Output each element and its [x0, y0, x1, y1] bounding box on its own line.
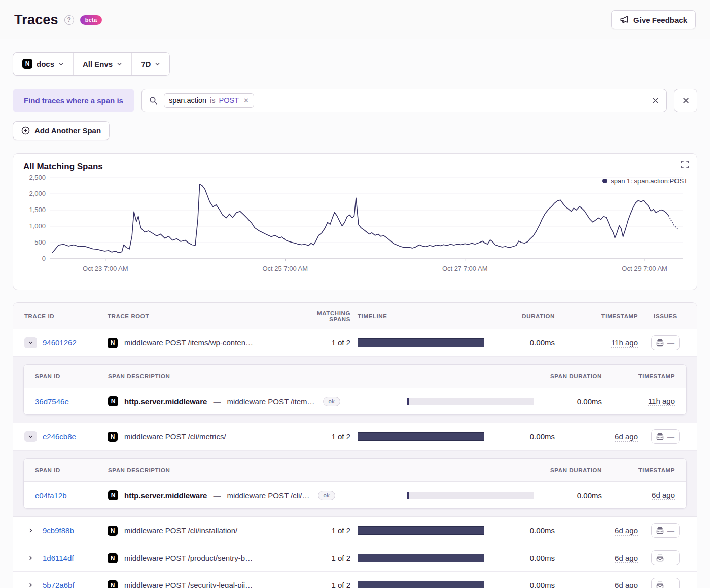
span-timeline-bar — [407, 492, 534, 499]
timestamp-link[interactable]: 6d ago — [652, 491, 675, 499]
fullscreen-icon — [681, 161, 689, 168]
timeline-bar — [358, 581, 484, 588]
table-row[interactable]: e246cb8e N middleware POST /cli/metrics/… — [13, 423, 697, 451]
matching-spans-count: 1 of 2 — [295, 338, 350, 347]
expand-trace-button[interactable] — [24, 582, 37, 588]
collapse-trace-button[interactable] — [24, 337, 37, 348]
span-id-link[interactable]: e04fa12b — [35, 491, 101, 500]
chevron-down-icon — [155, 61, 160, 67]
svg-text:1,500: 1,500 — [29, 206, 46, 214]
timestamp-link[interactable]: 6d ago — [615, 526, 638, 535]
nextjs-icon: N — [108, 432, 118, 442]
trace-id-link[interactable]: 94601262 — [43, 338, 77, 347]
search-filter-token[interactable]: span.action is POST ✕ — [164, 93, 254, 108]
table-row[interactable]: 94601262 N middleware POST /items/wp-con… — [13, 329, 697, 357]
nextjs-icon: N — [108, 526, 118, 536]
chevron-down-icon — [117, 61, 122, 67]
svg-text:2,500: 2,500 — [29, 174, 46, 181]
issues-count-dash: — — [667, 339, 674, 347]
matching-spans-count: 1 of 2 — [295, 554, 350, 562]
duration-value: 0.00ms — [502, 581, 555, 588]
issues-button[interactable]: — — [651, 335, 680, 350]
expand-chart-button[interactable] — [681, 161, 689, 170]
give-feedback-button[interactable]: Give Feedback — [611, 10, 696, 29]
clear-search-icon[interactable] — [652, 97, 659, 105]
environment-filter[interactable]: All Envs — [73, 53, 131, 75]
nextjs-icon: N — [108, 490, 118, 500]
search-icon — [149, 96, 158, 105]
span-row[interactable]: 36d7546e N http.server.middleware — midd… — [24, 388, 686, 414]
span-timeline-tick — [407, 492, 409, 499]
svg-text:0: 0 — [42, 255, 46, 262]
timestamp-link[interactable]: 11h ago — [611, 338, 638, 347]
trace-id-link[interactable]: 9cb9f88b — [43, 526, 74, 535]
chart-legend: span 1: span.action:POST — [602, 177, 688, 185]
find-traces-label: Find traces where a span is — [13, 89, 134, 112]
nextjs-icon: N — [22, 59, 32, 69]
span-id-link[interactable]: 36d7546e — [35, 397, 101, 406]
app-header: Traces ? beta Give Feedback — [0, 0, 710, 39]
table-row[interactable]: 5b72a6bf N middleware POST /security-leg… — [13, 572, 697, 588]
chevron-right-icon — [28, 582, 33, 588]
timeline-bar — [358, 338, 484, 347]
svg-text:Oct 25 7:00 AM: Oct 25 7:00 AM — [262, 265, 308, 272]
timestamp-link[interactable]: 6d ago — [615, 581, 638, 588]
page-filter-bar: N docs All Envs 7D — [13, 52, 170, 76]
span-op: http.server.middleware — [124, 397, 207, 406]
expand-trace-button[interactable] — [24, 528, 37, 533]
spans-chart-svg: 05001,0001,5002,0002,500Oct 23 7:00 AMOc… — [23, 174, 687, 278]
matching-spans-count: 1 of 2 — [295, 526, 350, 535]
nextjs-icon: N — [108, 396, 118, 406]
issues-button[interactable]: — — [651, 523, 680, 538]
span-row[interactable]: e04fa12b N http.server.middleware — midd… — [24, 482, 686, 508]
remove-span-filter-button[interactable] — [674, 89, 697, 112]
beta-badge: beta — [80, 15, 102, 25]
duration-value: 0.00ms — [502, 526, 555, 535]
expanded-span-zone: Span ID Span Description Span Duration T… — [13, 357, 697, 423]
date-range-filter[interactable]: 7D — [131, 53, 169, 75]
page-title: Traces — [14, 12, 58, 28]
issues-button[interactable]: — — [651, 429, 680, 444]
svg-text:500: 500 — [34, 238, 46, 246]
remove-token-icon[interactable]: ✕ — [243, 97, 249, 105]
timeline-bar — [358, 526, 484, 535]
trace-root-text: middleware POST /cli/installation/ — [124, 526, 237, 535]
span-description-text: middleware POST /item… — [227, 397, 314, 406]
span-timeline-bar — [407, 398, 534, 405]
trace-id-link[interactable]: e246cb8e — [43, 432, 76, 441]
help-icon[interactable]: ? — [64, 15, 74, 25]
chevron-down-icon — [28, 434, 33, 439]
expand-trace-button[interactable] — [24, 555, 37, 561]
traces-table-header: Trace ID Trace Root Matching Spans Timel… — [13, 303, 697, 329]
timestamp-link[interactable]: 6d ago — [615, 554, 638, 562]
matching-spans-count: 1 of 2 — [295, 432, 350, 441]
span-description-text: middleware POST /cli/… — [227, 491, 309, 500]
project-filter[interactable]: N docs — [13, 53, 73, 75]
timestamp-link[interactable]: 11h ago — [648, 397, 675, 405]
issues-count-dash: — — [667, 433, 674, 441]
trace-id-link[interactable]: 1d6114df — [43, 554, 74, 562]
timeline-bar — [358, 554, 484, 562]
chevron-down-icon — [58, 61, 64, 67]
collapse-trace-button[interactable] — [24, 431, 37, 442]
issues-button[interactable]: — — [651, 578, 680, 588]
issues-icon — [656, 433, 664, 440]
span-search-input[interactable]: span.action is POST ✕ — [141, 89, 667, 112]
issues-count-dash: — — [667, 581, 674, 588]
trace-root-text: middleware POST /cli/metrics/ — [124, 432, 226, 441]
trace-id-link[interactable]: 5b72a6bf — [43, 581, 75, 588]
issues-icon — [656, 339, 664, 347]
nextjs-icon: N — [108, 338, 118, 348]
add-another-span-button[interactable]: Add Another Span — [13, 121, 110, 140]
issues-button[interactable]: — — [651, 550, 680, 565]
issues-count-dash: — — [667, 554, 674, 562]
plus-circle-icon — [21, 126, 30, 135]
span-table-header: Span ID Span Description Span Duration T… — [24, 459, 686, 482]
svg-text:Oct 27 7:00 AM: Oct 27 7:00 AM — [442, 265, 488, 272]
timestamp-link[interactable]: 6d ago — [615, 432, 638, 441]
trace-root-text: middleware POST /security-legal-pii… — [124, 581, 253, 588]
chevron-right-icon — [28, 555, 33, 561]
span-table-header: Span ID Span Description Span Duration T… — [24, 365, 686, 388]
table-row[interactable]: 9cb9f88b N middleware POST /cli/installa… — [13, 517, 697, 544]
table-row[interactable]: 1d6114df N middleware POST /product/sent… — [13, 544, 697, 572]
